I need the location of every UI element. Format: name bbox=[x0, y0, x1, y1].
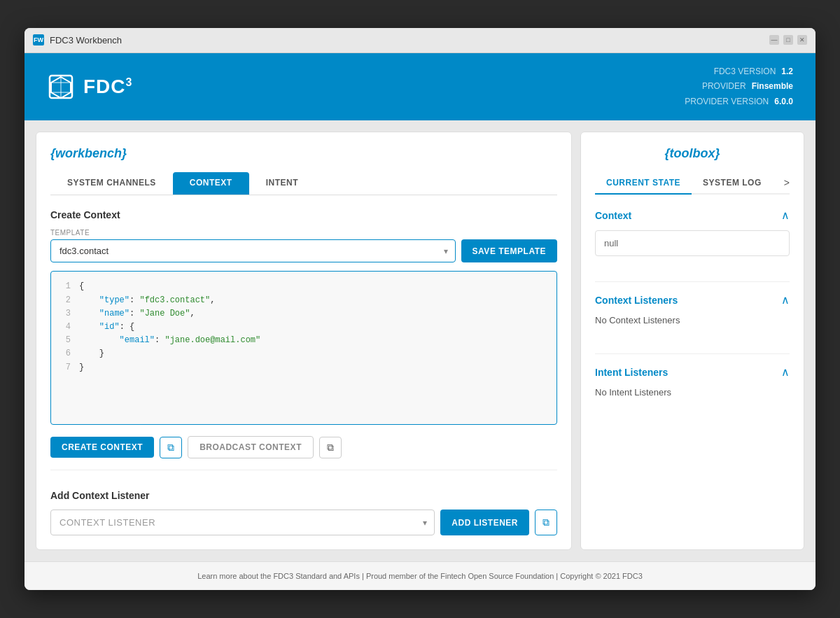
save-template-button[interactable]: SAVE TEMPLATE bbox=[461, 239, 557, 262]
listener-row: CONTEXT LISTENER ▾ ADD LISTENER ⧉ bbox=[50, 510, 557, 535]
context-value: null bbox=[595, 230, 790, 256]
main-content: {workbench} SYSTEM CHANNELS CONTEXT INTE… bbox=[24, 120, 816, 561]
tab-context[interactable]: CONTEXT bbox=[173, 172, 249, 195]
no-intent-listeners-text: No Intent Listeners bbox=[595, 387, 790, 398]
toolbox-more-arrow[interactable]: > bbox=[784, 177, 790, 188]
code-line-4: 4 "id": { bbox=[59, 321, 548, 334]
context-listeners-section: Context Listeners ∧ No Context Listeners bbox=[595, 293, 790, 337]
copy-listener-button[interactable]: ⧉ bbox=[535, 510, 557, 535]
window-title: FDC3 Workbench bbox=[50, 35, 122, 45]
toolbox-panel: {toolbox} CURRENT STATE SYSTEM LOG > Con… bbox=[580, 132, 804, 550]
divider-1 bbox=[595, 281, 790, 282]
code-line-6: 6 } bbox=[59, 347, 548, 360]
app-header: FDC3 FDC3 VERSION 1.2 PROVIDER Finsemble… bbox=[24, 53, 816, 121]
code-editor[interactable]: 1 { 2 "type": "fdc3.contact", 3 "name": … bbox=[50, 271, 557, 425]
template-label: TEMPLATE bbox=[50, 229, 557, 237]
fdc3-version-label: FDC3 VERSION bbox=[714, 64, 776, 80]
close-button[interactable]: ✕ bbox=[797, 35, 807, 45]
code-line-3: 3 "name": "Jane Doe", bbox=[59, 307, 548, 321]
provider-value: Finsemble bbox=[752, 79, 793, 94]
code-line-7: 7 } bbox=[59, 361, 548, 374]
context-section-header: Context ∧ bbox=[595, 209, 790, 222]
window-frame: FW FDC3 Workbench — □ ✕ FDC3 bbox=[24, 28, 816, 591]
context-listeners-title: Context Listeners bbox=[595, 295, 678, 306]
logo-icon bbox=[47, 73, 75, 101]
title-bar: FW FDC3 Workbench — □ ✕ bbox=[24, 28, 816, 53]
fdc3-version-value: 1.2 bbox=[781, 64, 793, 80]
footer-text: Learn more about the FDC3 Standard and A… bbox=[197, 572, 643, 580]
logo-text: FDC3 bbox=[83, 76, 132, 98]
tab-current-state[interactable]: CURRENT STATE bbox=[595, 172, 692, 195]
add-listener-title: Add Context Listener bbox=[50, 490, 557, 501]
template-row: fdc3.contact ▾ SAVE TEMPLATE bbox=[50, 239, 557, 262]
code-line-2: 2 "type": "fdc3.contact", bbox=[59, 294, 548, 307]
provider-version-value: 6.0.0 bbox=[774, 94, 793, 110]
action-row: CREATE CONTEXT ⧉ BROADCAST CONTEXT ⧉ bbox=[50, 436, 557, 470]
copy-icon: ⧉ bbox=[167, 442, 174, 454]
context-listeners-toggle[interactable]: ∧ bbox=[781, 293, 790, 307]
workbench-panel: {workbench} SYSTEM CHANNELS CONTEXT INTE… bbox=[36, 132, 572, 550]
footer: Learn more about the FDC3 Standard and A… bbox=[24, 561, 816, 590]
context-listeners-header: Context Listeners ∧ bbox=[595, 293, 790, 307]
listener-select[interactable]: CONTEXT LISTENER bbox=[51, 510, 434, 535]
tab-system-channels[interactable]: SYSTEM CHANNELS bbox=[50, 172, 173, 195]
broadcast-context-button[interactable]: BROADCAST CONTEXT bbox=[188, 436, 314, 458]
app-icon: FW bbox=[33, 34, 44, 45]
code-line-5: 5 "email": "jane.doe@mail.com" bbox=[59, 334, 548, 347]
window-controls: — □ ✕ bbox=[769, 35, 807, 45]
create-context-title: Create Context bbox=[50, 209, 557, 220]
create-context-button[interactable]: CREATE CONTEXT bbox=[50, 437, 154, 458]
intent-listeners-toggle[interactable]: ∧ bbox=[781, 365, 790, 379]
copy-broadcast-icon: ⧉ bbox=[327, 442, 334, 454]
copy-broadcast-button[interactable]: ⧉ bbox=[319, 437, 342, 458]
context-section-toggle[interactable]: ∧ bbox=[781, 209, 790, 222]
minimize-button[interactable]: — bbox=[769, 35, 779, 45]
toolbox-title: {toolbox} bbox=[595, 146, 790, 161]
add-listener-section: Add Context Listener CONTEXT LISTENER ▾ … bbox=[50, 490, 557, 535]
template-select[interactable]: fdc3.contact bbox=[51, 240, 455, 262]
intent-listeners-section: Intent Listeners ∧ No Intent Listeners bbox=[595, 365, 790, 409]
context-section-title: Context bbox=[595, 210, 631, 221]
no-context-listeners-text: No Context Listeners bbox=[595, 315, 790, 325]
copy-listener-icon: ⧉ bbox=[542, 517, 550, 528]
code-line-1: 1 { bbox=[59, 280, 548, 293]
intent-listeners-title: Intent Listeners bbox=[595, 367, 668, 378]
copy-context-button[interactable]: ⧉ bbox=[160, 437, 182, 458]
create-context-section: Create Context TEMPLATE fdc3.contact ▾ S… bbox=[50, 209, 557, 487]
maximize-button[interactable]: □ bbox=[783, 35, 793, 45]
context-section: Context ∧ null bbox=[595, 209, 790, 265]
add-listener-button[interactable]: ADD LISTENER bbox=[440, 510, 529, 535]
intent-listeners-header: Intent Listeners ∧ bbox=[595, 365, 790, 379]
workbench-tabs: SYSTEM CHANNELS CONTEXT INTENT bbox=[50, 172, 557, 195]
listener-select-wrapper: CONTEXT LISTENER ▾ bbox=[50, 510, 435, 535]
tab-system-log[interactable]: SYSTEM LOG bbox=[692, 172, 773, 195]
toolbox-tabs: CURRENT STATE SYSTEM LOG > bbox=[595, 172, 790, 195]
tab-intent[interactable]: INTENT bbox=[249, 172, 315, 195]
divider-2 bbox=[595, 353, 790, 354]
provider-label: PROVIDER bbox=[702, 79, 746, 94]
workbench-title: {workbench} bbox=[50, 146, 557, 161]
header-info: FDC3 VERSION 1.2 PROVIDER Finsemble PROV… bbox=[685, 64, 793, 110]
template-select-wrapper: fdc3.contact ▾ bbox=[50, 239, 456, 262]
logo-area: FDC3 bbox=[47, 73, 132, 101]
provider-version-label: PROVIDER VERSION bbox=[685, 94, 769, 110]
